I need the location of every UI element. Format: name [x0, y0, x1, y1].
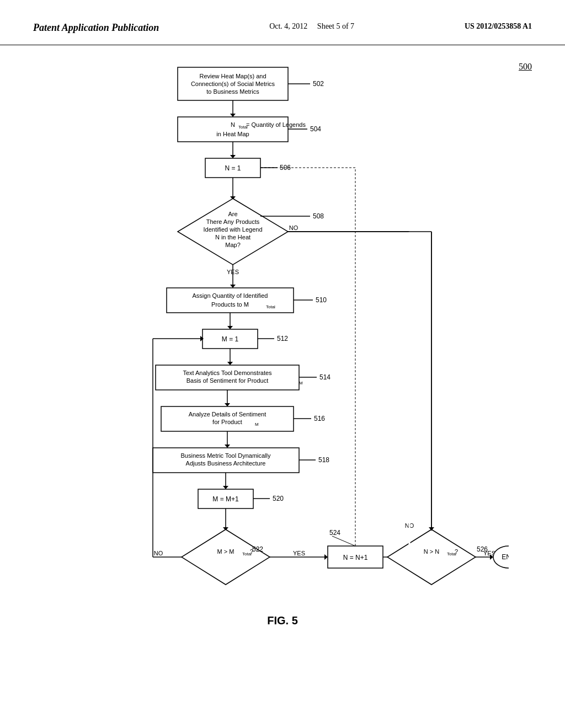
- svg-marker-44: [227, 326, 233, 329]
- svg-text:?: ?: [455, 548, 458, 555]
- svg-marker-7: [230, 114, 236, 117]
- svg-text:NO: NO: [289, 224, 299, 231]
- svg-text:Total: Total: [266, 304, 275, 309]
- svg-text:YES: YES: [293, 550, 305, 556]
- svg-marker-50: [227, 362, 233, 365]
- svg-text:510: 510: [316, 296, 327, 304]
- svg-text:M: M: [255, 422, 259, 427]
- svg-text:Review Heat Map(s) and: Review Heat Map(s) and: [199, 73, 266, 79]
- diagram-area: 500 Review Heat Map(s) and Connection(s)…: [0, 45, 565, 657]
- svg-rect-8: [178, 117, 288, 142]
- sheet-info: Sheet 5 of 7: [317, 22, 354, 30]
- svg-text:Business Metric Tool Dynamical: Business Metric Tool Dynamically: [180, 452, 271, 459]
- svg-text:512: 512: [277, 335, 288, 342]
- svg-text:in Heat Map: in Heat Map: [216, 131, 249, 137]
- svg-text:N = 1: N = 1: [225, 164, 241, 172]
- svg-text:Are: Are: [228, 211, 237, 217]
- svg-text:N = N+1: N = N+1: [343, 554, 368, 561]
- svg-text:END: END: [502, 553, 509, 561]
- svg-text:Basis of Sentiment for Product: Basis of Sentiment for Product: [186, 377, 269, 384]
- svg-marker-73: [223, 486, 228, 489]
- header-center: Oct. 4, 2012 Sheet 5 of 7: [269, 22, 354, 31]
- svg-marker-115: [429, 527, 434, 531]
- svg-text:N > N: N > N: [424, 548, 439, 555]
- svg-text:504: 504: [310, 125, 321, 133]
- svg-text:524: 524: [329, 529, 340, 537]
- svg-text:514: 514: [319, 373, 331, 381]
- svg-text:to Business Metrics: to Business Metrics: [206, 88, 259, 95]
- svg-text:Map?: Map?: [225, 242, 241, 248]
- svg-text:Analyze Details of Sentiment: Analyze Details of Sentiment: [189, 411, 266, 417]
- patent-number: US 2012/0253858 A1: [465, 22, 532, 31]
- svg-marker-58: [225, 403, 230, 406]
- page-header: Patent Application Publication Oct. 4, 2…: [0, 0, 565, 45]
- publication-date: Oct. 4, 2012: [269, 22, 307, 30]
- svg-text:for Product: for Product: [212, 419, 242, 425]
- svg-marker-16: [230, 155, 236, 158]
- svg-text:M: M: [299, 381, 303, 386]
- diagram-number: 500: [519, 62, 532, 72]
- svg-text:Adjusts Business Architecture: Adjusts Business Architecture: [186, 460, 266, 467]
- svg-text:Assign Quantity of Identified: Assign Quantity of Identified: [193, 292, 268, 299]
- svg-text:NO: NO: [154, 550, 163, 556]
- svg-text:Products to M: Products to M: [211, 301, 249, 308]
- svg-text:Identified with Legend: Identified with Legend: [203, 226, 262, 233]
- flowchart-svg: Review Heat Map(s) and Connection(s) of …: [56, 62, 509, 641]
- svg-text:There Any Products: There Any Products: [206, 218, 260, 225]
- svg-text:520: 520: [273, 495, 284, 502]
- svg-text:N: N: [231, 121, 235, 128]
- svg-text:508: 508: [313, 212, 324, 220]
- svg-text:516: 516: [314, 415, 325, 422]
- svg-marker-92: [324, 554, 328, 560]
- svg-line-95: [332, 536, 355, 546]
- publication-title: Patent Application Publication: [33, 22, 159, 34]
- svg-marker-66: [225, 445, 230, 448]
- svg-marker-36: [230, 285, 236, 288]
- svg-text:502: 502: [313, 80, 324, 88]
- svg-text:518: 518: [318, 456, 329, 464]
- svg-marker-99: [387, 529, 476, 585]
- svg-text:Connection(s) of Social Metric: Connection(s) of Social Metrics: [191, 81, 275, 87]
- svg-text:N in the Heat: N in the Heat: [215, 234, 250, 240]
- svg-text:M > M: M > M: [217, 548, 234, 555]
- svg-text:M = M+1: M = M+1: [212, 495, 239, 503]
- svg-text:522: 522: [252, 545, 263, 553]
- svg-text:Text Analytics Tool Demonstrat: Text Analytics Tool Demonstrates: [183, 370, 272, 376]
- svg-text:M = 1: M = 1: [222, 335, 239, 343]
- svg-text:= Quantity of Legends: = Quantity of Legends: [246, 121, 306, 128]
- svg-marker-80: [182, 529, 270, 585]
- svg-text:FIG. 5: FIG. 5: [267, 614, 298, 627]
